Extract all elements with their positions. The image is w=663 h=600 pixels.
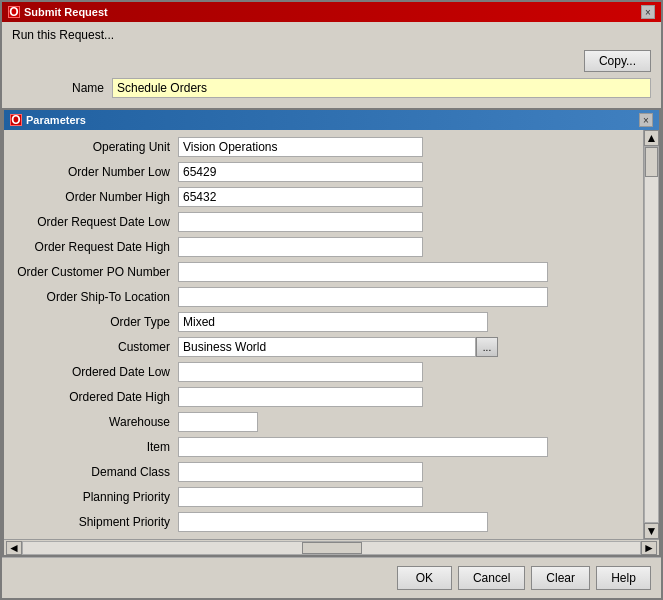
clear-button[interactable]: Clear [531,566,590,590]
order-type-label: Order Type [8,315,178,329]
copy-row: Copy... [12,50,651,72]
ordered-date-low-input[interactable] [178,362,423,382]
scroll-thumb[interactable] [645,147,658,177]
operating-unit-label: Operating Unit [8,140,178,154]
warehouse-input[interactable] [178,412,258,432]
ok-button[interactable]: OK [397,566,452,590]
window-icon: O [8,6,20,18]
order-number-high-label: Order Number High [8,190,178,204]
planning-priority-label: Planning Priority [8,490,178,504]
name-label: Name [12,81,112,95]
order-ship-to-row: Order Ship-To Location [8,286,639,308]
order-customer-po-row: Order Customer PO Number [8,261,639,283]
name-row: Name [12,78,651,98]
demand-class-input[interactable] [178,462,423,482]
order-number-low-row: Order Number Low [8,161,639,183]
name-input[interactable] [112,78,651,98]
scroll-down-arrow[interactable]: ▼ [644,523,659,539]
customer-row: Customer ... [8,336,639,358]
run-request-label: Run this Request... [12,28,651,42]
order-number-low-input[interactable] [178,162,423,182]
button-row: OK Cancel Clear Help [2,557,661,598]
order-customer-po-label: Order Customer PO Number [8,265,178,279]
ordered-date-high-label: Ordered Date High [8,390,178,404]
help-button[interactable]: Help [596,566,651,590]
params-icon: O [10,114,22,126]
warehouse-label: Warehouse [8,415,178,429]
ordered-date-high-row: Ordered Date High [8,386,639,408]
ordered-date-high-input[interactable] [178,387,423,407]
order-number-high-row: Order Number High [8,186,639,208]
item-input[interactable] [178,437,548,457]
customer-label: Customer [8,340,178,354]
order-type-row: Order Type [8,311,639,333]
params-title-bar: O Parameters × [4,110,659,130]
ordered-date-low-label: Ordered Date Low [8,365,178,379]
operating-unit-input[interactable] [178,137,423,157]
planning-priority-row: Planning Priority [8,486,639,508]
hscroll-thumb[interactable] [302,542,362,554]
vertical-scrollbar: ▲ ▼ [643,130,659,539]
window-title: Submit Request [24,6,108,18]
customer-field-group: ... [178,337,498,357]
item-label: Item [8,440,178,454]
order-number-high-input[interactable] [178,187,423,207]
order-ship-to-input[interactable] [178,287,548,307]
order-ship-to-label: Order Ship-To Location [8,290,178,304]
title-bar-left: O Submit Request [8,6,108,18]
horizontal-scrollbar: ◄ ► [4,539,659,555]
order-request-date-low-label: Order Request Date Low [8,215,178,229]
order-request-date-high-row: Order Request Date High [8,236,639,258]
order-request-date-low-input[interactable] [178,212,423,232]
params-form: Operating Unit Order Number Low Order Nu… [4,130,643,539]
operating-unit-row: Operating Unit [8,136,639,158]
hscroll-track[interactable] [22,541,641,555]
item-row: Item [8,436,639,458]
parameters-panel: O Parameters × Operating Unit Order Numb… [2,108,661,557]
order-request-date-low-row: Order Request Date Low [8,211,639,233]
shipment-priority-input[interactable] [178,512,488,532]
order-type-input[interactable] [178,312,488,332]
params-title: Parameters [26,114,86,126]
scroll-right-arrow[interactable]: ► [641,541,657,555]
demand-class-label: Demand Class [8,465,178,479]
cancel-button[interactable]: Cancel [458,566,525,590]
scroll-track[interactable] [644,146,659,523]
params-close-button[interactable]: × [639,113,653,127]
title-bar: O Submit Request × [2,2,661,22]
params-title-left: O Parameters [10,114,86,126]
order-number-low-label: Order Number Low [8,165,178,179]
ordered-date-low-row: Ordered Date Low [8,361,639,383]
shipment-priority-label: Shipment Priority [8,515,178,529]
demand-class-row: Demand Class [8,461,639,483]
customer-browse-button[interactable]: ... [476,337,498,357]
copy-button[interactable]: Copy... [584,50,651,72]
planning-priority-input[interactable] [178,487,423,507]
order-request-date-high-label: Order Request Date High [8,240,178,254]
params-body: Operating Unit Order Number Low Order Nu… [4,130,659,539]
warehouse-row: Warehouse [8,411,639,433]
order-request-date-high-input[interactable] [178,237,423,257]
submit-request-window: O Submit Request × Run this Request... C… [0,0,663,600]
main-content: Run this Request... Copy... Name [2,22,661,108]
scroll-up-arrow[interactable]: ▲ [644,130,659,146]
order-customer-po-input[interactable] [178,262,548,282]
window-close-button[interactable]: × [641,5,655,19]
shipment-priority-row: Shipment Priority [8,511,639,533]
customer-input[interactable] [178,337,476,357]
scroll-left-arrow[interactable]: ◄ [6,541,22,555]
